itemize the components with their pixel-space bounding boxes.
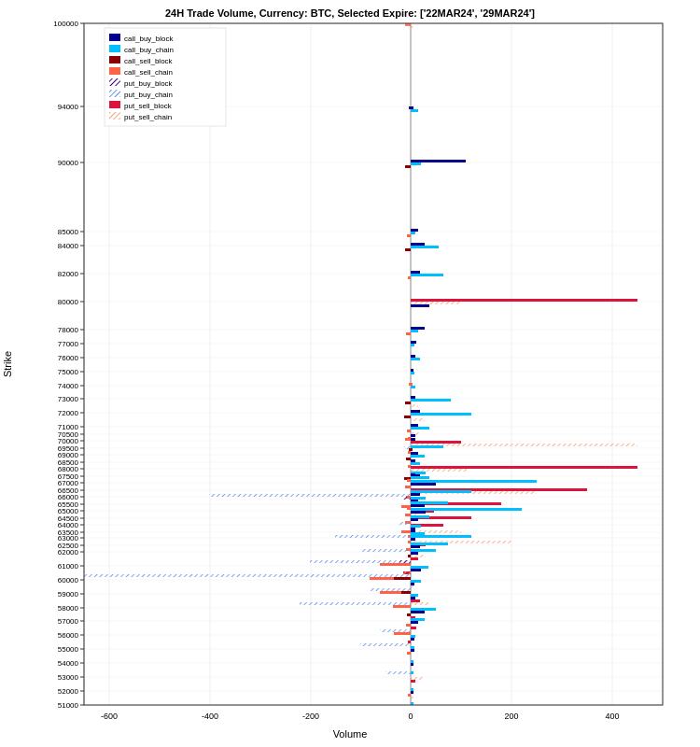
y-tick: 84000 [58, 242, 79, 250]
y-tick: 77000 [58, 340, 79, 348]
svg-rect-110 [411, 243, 425, 246]
x-tick-label: -400 [202, 712, 218, 721]
svg-rect-160 [411, 469, 467, 472]
svg-rect-108 [411, 232, 415, 234]
svg-rect-219 [411, 555, 426, 557]
svg-rect-119 [411, 327, 425, 330]
svg-rect-220 [411, 557, 418, 560]
svg-rect-138 [411, 424, 418, 427]
svg-rect-229 [84, 574, 411, 577]
x-tick-label: 400 [605, 712, 619, 721]
svg-rect-275 [109, 45, 120, 52]
svg-rect-222 [399, 560, 411, 563]
y-tick: 80000 [58, 298, 79, 306]
chart-title: 24H Trade Volume, Currency: BTC, Selecte… [165, 7, 535, 19]
y-tick: 54000 [58, 659, 79, 668]
svg-rect-135 [411, 413, 471, 416]
svg-rect-217 [411, 552, 418, 555]
svg-rect-127 [411, 372, 414, 374]
y-tick: 60000 [58, 576, 79, 585]
y-tick: 85000 [58, 228, 79, 236]
svg-rect-122 [411, 341, 416, 344]
svg-rect-198 [411, 525, 421, 528]
svg-rect-105 [411, 162, 421, 165]
svg-rect-260 [407, 652, 411, 655]
svg-rect-233 [411, 583, 414, 585]
svg-rect-250 [406, 624, 411, 627]
svg-rect-278 [109, 78, 120, 86]
svg-rect-104 [411, 160, 466, 162]
svg-rect-243 [393, 605, 411, 608]
svg-rect-159 [411, 466, 637, 469]
svg-rect-259 [411, 649, 414, 652]
svg-rect-186 [411, 508, 522, 511]
svg-rect-263 [385, 671, 411, 674]
svg-rect-212 [411, 543, 448, 545]
svg-rect-126 [411, 369, 413, 372]
svg-rect-255 [411, 638, 414, 641]
svg-rect-257 [360, 643, 411, 646]
y-tick: 90000 [58, 159, 79, 167]
svg-rect-238 [411, 594, 418, 597]
svg-rect-197 [399, 522, 411, 525]
svg-rect-176 [403, 497, 411, 500]
svg-rect-246 [407, 613, 411, 616]
svg-rect-112 [405, 248, 411, 251]
y-tick: 52000 [58, 687, 79, 696]
y-tick: 75000 [58, 368, 79, 376]
legend-put-buy-block: put_buy_block [124, 79, 174, 88]
svg-rect-102 [409, 106, 413, 109]
svg-rect-124 [411, 355, 415, 358]
svg-rect-281 [109, 112, 120, 120]
svg-rect-166 [407, 479, 411, 482]
legend-put-sell-chain: put_sell_chain [124, 113, 172, 121]
svg-rect-264 [411, 671, 413, 674]
y-tick: 53000 [58, 673, 79, 682]
legend-call-buy-block: call_buy_block [124, 35, 174, 43]
svg-rect-234 [411, 585, 415, 588]
svg-rect-213 [411, 545, 420, 548]
legend-call-sell-chain: call_sell_chain [124, 68, 173, 77]
chart-container: 24H Trade Volume, Currency: BTC, Selecte… [0, 0, 700, 747]
svg-rect-172 [411, 490, 471, 493]
svg-rect-173 [411, 493, 420, 496]
svg-rect-216 [411, 549, 436, 552]
svg-rect-164 [411, 473, 415, 476]
y-tick: 82000 [58, 270, 79, 278]
svg-rect-231 [394, 577, 411, 580]
x-tick-label: -600 [101, 712, 118, 721]
svg-rect-133 [411, 404, 418, 407]
y-tick: 59000 [58, 590, 79, 599]
y-tick: 56000 [58, 631, 79, 640]
svg-rect-208 [411, 538, 415, 541]
svg-rect-177 [411, 497, 426, 500]
legend-put-sell-block: put_sell_block [124, 102, 173, 110]
svg-rect-203 [411, 529, 415, 532]
svg-rect-145 [405, 438, 411, 441]
svg-rect-240 [411, 599, 420, 602]
svg-rect-262 [411, 663, 413, 666]
main-chart: 24H Trade Volume, Currency: BTC, Selecte… [0, 0, 700, 747]
svg-rect-265 [411, 677, 423, 680]
svg-rect-261 [411, 660, 413, 663]
svg-rect-276 [109, 56, 120, 63]
svg-rect-206 [335, 535, 411, 538]
x-tick-label: -200 [302, 712, 319, 721]
svg-rect-156 [411, 459, 415, 462]
svg-rect-279 [109, 90, 120, 97]
svg-rect-115 [408, 276, 411, 279]
svg-rect-224 [380, 563, 411, 566]
svg-rect-153 [411, 452, 418, 455]
svg-rect-253 [394, 632, 411, 635]
svg-rect-146 [411, 441, 461, 444]
svg-rect-274 [109, 34, 120, 41]
y-axis-label: Strike [2, 351, 13, 377]
svg-rect-114 [411, 274, 443, 276]
svg-rect-182 [411, 504, 425, 507]
svg-rect-209 [408, 541, 411, 543]
svg-rect-147 [411, 444, 637, 446]
x-tick-label: 0 [408, 712, 413, 721]
svg-rect-200 [401, 530, 411, 533]
svg-rect-151 [408, 451, 411, 454]
svg-rect-254 [411, 635, 415, 638]
